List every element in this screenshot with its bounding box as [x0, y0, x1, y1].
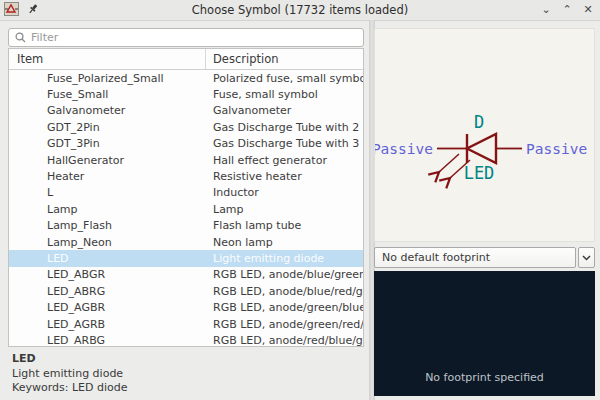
footprint-dropdown-value[interactable]: No default footprint — [374, 247, 576, 268]
chevron-down-icon — [582, 255, 591, 261]
row-item-name: Lamp_Flash — [9, 219, 206, 232]
symbol-table[interactable]: Item Description Fuse_Polarized_Small Po… — [8, 48, 364, 347]
table-row[interactable]: GDT_3Pin Gas Discharge Tube with 3 Pins — [9, 136, 363, 152]
row-item-name: Galvanometer — [9, 104, 206, 117]
table-row[interactable]: LED_AGBR RGB LED, anode/green/blue/red — [9, 299, 363, 315]
row-item-description: Light emitting diode — [206, 252, 363, 265]
symbol-reference-field: D — [474, 112, 484, 132]
row-item-description: Polarized fuse, small symbol — [206, 72, 363, 85]
pin-label-right: Passive — [526, 141, 587, 157]
row-item-name: LED_ABGR — [9, 268, 206, 281]
table-row[interactable]: LED_ARBG RGB LED, anode/red/blue/green — [9, 332, 363, 347]
table-row[interactable]: Lamp_Neon Neon lamp — [9, 234, 363, 250]
row-item-description: Gas Discharge Tube with 2 Pins — [206, 121, 363, 134]
row-item-name: LED_ABRG — [9, 285, 206, 298]
window-maximize-button[interactable]: ⌃ — [561, 0, 573, 20]
row-item-name: LED — [9, 252, 206, 265]
table-row[interactable]: Galvanometer Galvanometer — [9, 103, 363, 119]
choose-symbol-dialog: Choose Symbol (17732 items loaded) ⌄ ⌃ ✕… — [0, 0, 600, 400]
row-item-description: Neon lamp — [206, 236, 363, 249]
table-row[interactable]: LED_ABRG RGB LED, anode/blue/red/green — [9, 283, 363, 299]
row-item-name: Fuse_Polarized_Small — [9, 72, 206, 85]
table-header: Item Description — [9, 49, 363, 70]
pin-label-left: Passive — [375, 141, 433, 157]
footprint-preview-message: No footprint specified — [374, 371, 595, 384]
table-row[interactable]: Fuse_Small Fuse, small symbol — [9, 86, 363, 102]
row-item-name: LED_AGRB — [9, 318, 206, 331]
filter-placeholder: Filter — [31, 31, 58, 44]
row-item-name: Lamp_Neon — [9, 236, 206, 249]
row-item-description: Gas Discharge Tube with 3 Pins — [206, 137, 363, 150]
detail-symbol-keywords: Keywords: LED diode — [12, 381, 127, 396]
row-item-description: Lamp — [206, 203, 363, 216]
footprint-dropdown[interactable]: No default footprint — [374, 247, 595, 268]
row-item-description: RGB LED, anode/blue/red/green — [206, 285, 363, 298]
row-item-name: GDT_2Pin — [9, 121, 206, 134]
row-item-description: Inductor — [206, 186, 363, 199]
column-header-description[interactable]: Description — [206, 49, 363, 69]
table-row[interactable]: HallGenerator Hall effect generator — [9, 152, 363, 168]
titlebar-icons — [4, 2, 39, 16]
table-row[interactable]: Lamp Lamp — [9, 201, 363, 217]
row-item-name: HallGenerator — [9, 154, 206, 167]
row-item-description: Hall effect generator — [206, 154, 363, 167]
row-item-name: Lamp — [9, 203, 206, 216]
led-emission-arrow-1 — [439, 154, 459, 172]
table-row[interactable]: Fuse_Polarized_Small Polarized fuse, sma… — [9, 70, 363, 86]
row-item-description: RGB LED, anode/red/blue/green — [206, 334, 363, 347]
row-item-name: LED_AGBR — [9, 301, 206, 314]
row-item-name: GDT_3Pin — [9, 137, 206, 150]
table-row[interactable]: Heater Resistive heater — [9, 168, 363, 184]
row-item-description: Fuse, small symbol — [206, 88, 363, 101]
table-body: Fuse_Polarized_Small Polarized fuse, sma… — [9, 70, 363, 347]
window-close-button[interactable]: ✕ — [582, 0, 594, 20]
row-item-description: RGB LED, anode/green/red/blue — [206, 318, 363, 331]
search-icon — [15, 32, 26, 43]
table-row[interactable]: LED Light emitting diode — [9, 250, 363, 266]
table-row[interactable]: GDT_2Pin Gas Discharge Tube with 2 Pins — [9, 119, 363, 135]
detail-symbol-description: Light emitting diode — [12, 367, 127, 382]
table-row[interactable]: LED_ABGR RGB LED, anode/blue/green/red — [9, 267, 363, 283]
table-row[interactable]: Lamp_Flash Flash lamp tube — [9, 218, 363, 234]
window-controls: ⌄ ⌃ ✕ — [540, 0, 594, 20]
window-minimize-button[interactable]: ⌄ — [540, 0, 552, 20]
table-row[interactable]: LED_AGRB RGB LED, anode/green/red/blue — [9, 316, 363, 332]
row-item-description: Resistive heater — [206, 170, 363, 183]
filter-input[interactable]: Filter — [8, 28, 364, 47]
row-item-name: Heater — [9, 170, 206, 183]
column-header-item[interactable]: Item — [9, 49, 206, 69]
symbol-preview-canvas: D LED Passive Passive — [374, 28, 595, 242]
footprint-preview-canvas: No footprint specified — [374, 271, 595, 396]
led-triangle — [467, 134, 496, 163]
table-row[interactable]: L Inductor — [9, 185, 363, 201]
app-symbol-icon — [4, 2, 19, 16]
row-item-name: Fuse_Small — [9, 88, 206, 101]
row-item-description: RGB LED, anode/blue/green/red — [206, 268, 363, 281]
row-item-name: L — [9, 186, 206, 199]
symbol-value-field: LED — [464, 163, 495, 183]
detail-symbol-name: LED — [12, 352, 127, 367]
pin-icon[interactable] — [27, 3, 39, 15]
footprint-dropdown-arrow[interactable] — [578, 247, 595, 268]
row-item-description: Flash lamp tube — [206, 219, 363, 232]
row-item-description: Galvanometer — [206, 104, 363, 117]
row-item-description: RGB LED, anode/green/blue/red — [206, 301, 363, 314]
symbol-details: LED Light emitting diode Keywords: LED d… — [12, 352, 127, 396]
dialog-title: Choose Symbol (17732 items loaded) — [0, 3, 600, 17]
titlebar[interactable]: Choose Symbol (17732 items loaded) ⌄ ⌃ ✕ — [0, 0, 600, 21]
led-symbol-drawing: D LED Passive Passive — [375, 29, 596, 243]
row-item-name: LED_ARBG — [9, 334, 206, 347]
